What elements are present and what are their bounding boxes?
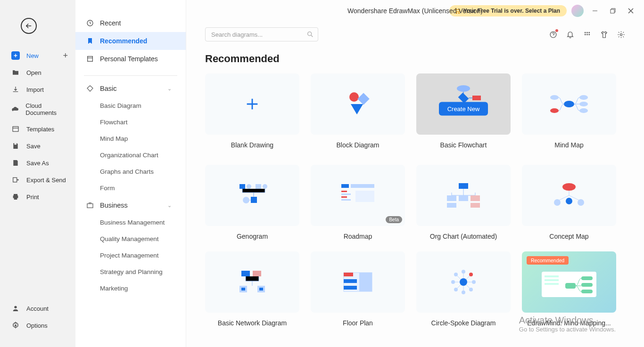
save-as-icon <box>11 159 20 167</box>
nav-account[interactable]: Account <box>0 300 75 317</box>
svg-rect-36 <box>341 184 349 188</box>
back-button[interactable] <box>21 18 37 34</box>
svg-rect-6 <box>87 204 93 208</box>
shirt-icon[interactable] <box>600 30 608 39</box>
orgchart-icon <box>442 181 485 210</box>
apps-icon[interactable] <box>583 30 591 39</box>
card-org-chart[interactable]: Org Chart (Automated) <box>416 165 511 240</box>
nav-save[interactable]: Save <box>0 137 75 154</box>
plus-icon[interactable]: + <box>63 51 68 61</box>
cat-recommended[interactable]: Recommended <box>75 32 186 50</box>
svg-rect-78 <box>581 276 593 280</box>
export-icon <box>11 176 20 184</box>
nav-new-label: New <box>26 52 39 59</box>
chevron-down-icon: ⌄ <box>167 202 172 209</box>
svg-rect-80 <box>581 290 593 293</box>
card-blank-drawing[interactable]: Blank Drawing <box>205 73 299 153</box>
search-box[interactable] <box>205 27 318 41</box>
section-title: Recommended <box>205 53 625 65</box>
nav-export-label: Export & Send <box>26 177 66 184</box>
card-circle-spoke[interactable]: Circle-Spoke Diagram <box>416 251 511 327</box>
svg-rect-43 <box>459 183 468 189</box>
help-icon[interactable] <box>549 30 557 39</box>
svg-rect-79 <box>581 283 593 287</box>
sub-form[interactable]: Form <box>75 180 186 196</box>
cat-recent-label: Recent <box>100 19 121 27</box>
recommended-badge: Recommended <box>527 256 569 265</box>
sub-biz-mgmt[interactable]: Business Management <box>75 214 186 231</box>
card-floor-plan[interactable]: Floor Plan <box>311 251 405 327</box>
svg-point-68 <box>472 280 476 284</box>
window-minimize[interactable] <box>588 4 602 17</box>
svg-point-17 <box>588 34 590 35</box>
card-block-diagram[interactable]: Block Diagram <box>311 73 405 153</box>
nav-templates[interactable]: Templates <box>0 121 75 137</box>
svg-rect-58 <box>259 288 263 291</box>
sub-flowchart[interactable]: Flowchart <box>75 114 186 130</box>
svg-rect-44 <box>447 195 456 201</box>
group-business[interactable]: Business ⌄ <box>75 196 186 214</box>
svg-rect-40 <box>341 196 347 198</box>
card-mind-map[interactable]: Mind Map <box>522 73 616 153</box>
nav-import[interactable]: Import <box>0 81 75 98</box>
svg-point-52 <box>578 199 584 206</box>
svg-rect-46 <box>471 195 480 201</box>
app-title: Wondershare EdrawMax (Unlicensed Version… <box>347 7 483 15</box>
folder-icon <box>11 68 20 77</box>
svg-point-3 <box>15 324 17 326</box>
sub-quality[interactable]: Quality Management <box>75 231 186 247</box>
svg-point-65 <box>462 270 465 274</box>
nav-save-as[interactable]: Save As <box>0 154 75 171</box>
nav-cloud[interactable]: Cloud Documents <box>0 98 75 121</box>
search-icon[interactable] <box>306 31 314 38</box>
import-icon <box>11 85 20 94</box>
window-maximize[interactable] <box>606 4 619 17</box>
nav-export[interactable]: Export & Send <box>0 171 75 188</box>
group-basic[interactable]: Basic ⌄ <box>75 80 186 97</box>
card-genogram[interactable]: Genogram <box>205 165 299 240</box>
conceptmap-icon <box>548 181 590 210</box>
sub-marketing[interactable]: Marketing <box>75 280 186 297</box>
nav-account-label: Account <box>26 305 49 312</box>
cat-personal[interactable]: Personal Templates <box>75 50 186 68</box>
nav-open-label: Open <box>26 69 41 76</box>
card-network-diagram[interactable]: Basic Network Diagram <box>205 251 299 327</box>
save-icon <box>11 142 20 150</box>
create-new-button[interactable]: Create New <box>439 102 488 116</box>
avatar[interactable] <box>571 5 584 17</box>
svg-point-13 <box>586 32 588 33</box>
search-input[interactable] <box>211 31 306 38</box>
nav-options[interactable]: Options <box>0 317 75 334</box>
settings-icon[interactable] <box>617 30 625 39</box>
svg-rect-0 <box>13 127 18 132</box>
card-label: EdrawMind: Mind Mapping... <box>522 319 616 327</box>
sub-org-chart[interactable]: Organizational Chart <box>75 147 186 163</box>
svg-point-16 <box>586 34 588 35</box>
card-label: Mind Map <box>522 141 616 149</box>
window-close[interactable] <box>624 4 637 17</box>
svg-rect-48 <box>471 203 480 208</box>
card-edrawmind[interactable]: Recommended EdrawMind: Mind Mapping... <box>522 251 616 327</box>
cat-personal-label: Personal Templates <box>100 55 158 63</box>
nav-templates-label: Templates <box>26 126 54 133</box>
roadmap-icon <box>337 181 379 210</box>
sub-mind-map[interactable]: Mind Map <box>75 130 186 147</box>
card-label: Floor Plan <box>311 319 405 327</box>
nav-new[interactable]: New + <box>0 47 75 64</box>
sub-strategy[interactable]: Strategy and Planning <box>75 264 186 280</box>
card-roadmap[interactable]: Beta Roadmap <box>311 165 405 240</box>
sub-project[interactable]: Project Management <box>75 247 186 264</box>
sub-graphs[interactable]: Graphs and Charts <box>75 163 186 180</box>
nav-print[interactable]: Print <box>0 188 75 205</box>
bell-icon[interactable] <box>566 30 574 39</box>
svg-point-51 <box>566 198 572 204</box>
templates-icon <box>11 125 20 133</box>
svg-rect-42 <box>355 191 374 202</box>
card-concept-map[interactable]: Concept Map <box>522 165 616 240</box>
card-label: Basic Flowchart <box>416 141 511 153</box>
nav-open[interactable]: Open <box>0 64 75 81</box>
nav-print-label: Print <box>26 194 39 201</box>
sub-basic-diagram[interactable]: Basic Diagram <box>75 97 186 114</box>
card-basic-flowchart[interactable]: Create New Basic Flowchart <box>416 73 511 153</box>
cat-recent[interactable]: Recent <box>75 14 186 32</box>
